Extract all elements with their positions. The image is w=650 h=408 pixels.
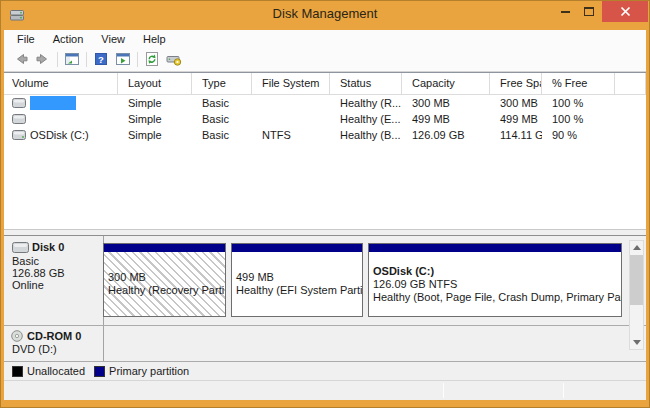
menu-action[interactable]: Action [44,32,93,46]
back-arrow-icon [13,51,29,67]
volume-row-osdisk[interactable]: OSDisk (C:) Simple Basic NTFS Healthy (B… [4,127,646,143]
window-title: Disk Management [0,0,650,28]
legend-label: Unallocated [27,365,85,377]
volume-name-cell: OSDisk (C:) [4,129,118,141]
column-header-type[interactable]: Type [192,73,252,95]
disk0-label-panel[interactable]: Disk 0 Basic 126.88 GB Online [4,236,104,325]
partition-color-bar [232,244,362,252]
minimize-button[interactable] [554,1,576,22]
menu-view[interactable]: View [92,32,134,46]
help-icon: ? [93,51,109,67]
partition-status: Healthy (Boot, Page File, Crash Dump, Pr… [373,291,617,304]
minimize-icon [561,11,570,13]
refresh-icon [144,51,160,67]
graphical-view: Disk 0 Basic 126.88 GB Online 300 MB Hea… [4,236,646,380]
capacity-cell: 300 MB [402,97,490,109]
type-cell: Basic [192,129,252,141]
volume-name: OSDisk (C:) [30,129,89,141]
graphical-view-scrollbar[interactable] [629,240,644,350]
partition-title: OSDisk (C:) [373,265,617,278]
primary-partition-color-swatch [94,366,105,377]
partition-status: Healthy (EFI System Partit [236,284,358,297]
free-space-cell: 300 MB [490,97,542,109]
partition-size: 300 MB [108,271,221,284]
column-header-status[interactable]: Status [330,73,402,95]
maximize-button[interactable] [578,1,600,22]
scrollbar-thumb[interactable] [630,255,643,305]
partition-efi[interactable]: 499 MB Healthy (EFI System Partit [231,243,363,317]
forward-arrow-icon [35,51,51,67]
column-header-capacity[interactable]: Capacity [402,73,490,95]
partition-recovery[interactable]: 300 MB Healthy (Recovery Parti [103,243,226,317]
volume-row-recovery[interactable]: Simple Basic Healthy (R... 300 MB 300 MB… [4,95,646,111]
column-header-file-system[interactable]: File System [252,73,330,95]
pct-free-cell: 100 % [542,113,615,125]
scroll-up-button[interactable] [630,241,643,254]
selection-highlight [30,96,76,110]
type-cell: Basic [192,97,252,109]
column-header-layout[interactable]: Layout [118,73,192,95]
volume-list: Volume Layout Type File System Status Ca… [4,72,646,229]
menu-bar: File Action View Help [4,30,646,47]
unallocated-color-swatch [12,366,23,377]
layout-cell: Simple [118,113,192,125]
column-header-pct-free[interactable]: % Free [542,73,615,95]
capacity-cell: 126.09 GB [402,129,490,141]
svg-text:?: ? [98,54,104,65]
chevron-up-icon [633,245,641,250]
layout-cell: Simple [118,129,192,141]
toolbar: ? [4,47,646,72]
status-cell: Healthy (R... [330,97,402,109]
partition-size: 499 MB [236,271,358,284]
volume-icon [12,98,26,108]
status-cell: Healthy (B... [330,129,402,141]
disk-management-window: Disk Management File Action View Help [0,0,650,408]
console-tree-icon [64,51,80,67]
refresh-button[interactable] [141,49,163,69]
legend-primary-partition: Primary partition [94,365,189,377]
volume-list-header: Volume Layout Type File System Status Ca… [4,73,646,95]
menu-help[interactable]: Help [134,32,175,46]
close-button[interactable] [602,1,648,22]
menu-file[interactable]: File [8,32,44,46]
scroll-down-button[interactable] [630,336,643,349]
disk-properties-button[interactable] [163,49,185,69]
legend-label: Primary partition [109,365,189,377]
disk0-status: Online [12,279,103,291]
free-space-cell: 499 MB [490,113,542,125]
volume-row-efi[interactable]: Simple Basic Healthy (E... 499 MB 499 MB… [4,111,646,127]
status-bar-separator [563,383,564,398]
partition-osdisk[interactable]: OSDisk (C:) 126.09 GB NTFS Healthy (Boot… [368,243,622,317]
action-pane-icon [115,51,131,67]
file-system-cell: NTFS [252,129,330,141]
show-console-tree-button[interactable] [61,49,83,69]
toolbar-separator [57,52,58,67]
column-header-free-space[interactable]: Free Spa... [490,73,542,95]
disk0-name: Disk 0 [32,241,64,253]
cdrom-media: DVD (D:) [10,343,103,355]
back-button[interactable] [10,49,32,69]
partition-color-bar [104,244,225,252]
help-button[interactable]: ? [90,49,112,69]
volume-name-cell [4,96,118,110]
close-icon [620,6,631,17]
cdrom-label-panel[interactable]: CD-ROM 0 DVD (D:) [4,326,104,361]
maximize-icon [584,7,594,16]
disk0-size: 126.88 GB [12,267,103,279]
layout-cell: Simple [118,97,192,109]
titlebar[interactable]: Disk Management [0,0,650,30]
partition-status: Healthy (Recovery Parti [108,284,221,297]
toolbar-separator [86,52,87,67]
cd-rom-icon [10,330,24,342]
type-cell: Basic [192,113,252,125]
volume-icon [12,130,26,140]
disk-properties-icon [166,51,182,67]
show-action-pane-button[interactable] [112,49,134,69]
pane-splitter[interactable] [4,229,646,236]
partition-color-bar [369,244,621,252]
column-header-volume[interactable]: Volume [4,73,118,95]
toolbar-separator [137,52,138,67]
status-bar-separator [443,383,444,398]
forward-button[interactable] [32,49,54,69]
chevron-down-icon [633,340,641,345]
